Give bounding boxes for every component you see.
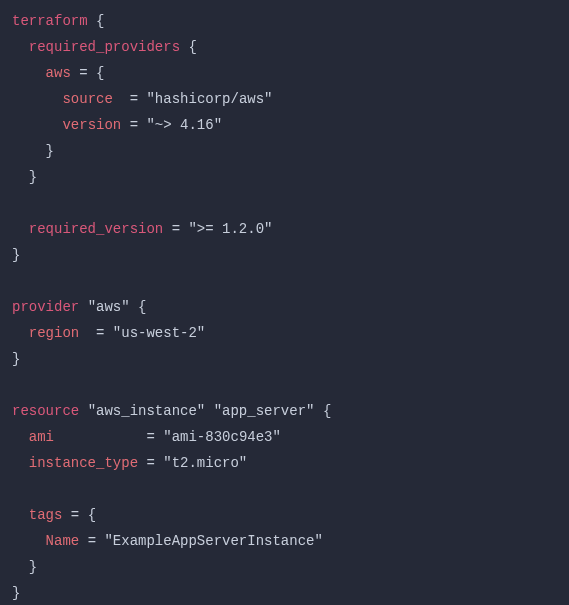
brace-close: } [29, 559, 37, 575]
str-ami: "ami-830c94e3" [163, 429, 281, 445]
brace-open: { [96, 65, 104, 81]
attr-ami: ami [29, 429, 54, 445]
attr-source: source [62, 91, 112, 107]
provider-label: "aws" [88, 299, 130, 315]
brace-close: } [29, 169, 37, 185]
kw-resource: resource [12, 403, 79, 419]
attr-tags: tags [29, 507, 63, 523]
str-required-version: ">= 1.2.0" [188, 221, 272, 237]
brace-close: } [46, 143, 54, 159]
attr-tag-name: Name [46, 533, 80, 549]
equals: = [130, 91, 138, 107]
equals: = [96, 325, 104, 341]
brace-close: } [12, 247, 20, 263]
attr-version: version [62, 117, 121, 133]
str-version: "~> 4.16" [146, 117, 222, 133]
str-source: "hashicorp/aws" [146, 91, 272, 107]
equals: = [88, 533, 96, 549]
attr-instance-type: instance_type [29, 455, 138, 471]
brace-open: { [138, 299, 146, 315]
equals: = [130, 117, 138, 133]
equals: = [146, 429, 154, 445]
str-region: "us-west-2" [113, 325, 205, 341]
equals: = [71, 507, 79, 523]
brace-close: } [12, 351, 20, 367]
equals: = [146, 455, 154, 471]
kw-terraform: terraform [12, 13, 88, 29]
code-block: terraform { required_providers { aws = {… [0, 0, 569, 605]
brace-open: { [88, 507, 96, 523]
resource-name: "app_server" [214, 403, 315, 419]
kw-required-version: required_version [29, 221, 163, 237]
kw-provider: provider [12, 299, 79, 315]
str-instance-type: "t2.micro" [163, 455, 247, 471]
brace-open: { [188, 39, 196, 55]
brace-open: { [96, 13, 104, 29]
attr-region: region [29, 325, 79, 341]
kw-required-providers: required_providers [29, 39, 180, 55]
brace-open: { [323, 403, 331, 419]
brace-close: } [12, 585, 20, 601]
equals: = [172, 221, 180, 237]
resource-type: "aws_instance" [88, 403, 206, 419]
equals: = [79, 65, 87, 81]
attr-aws: aws [46, 65, 71, 81]
str-tag-name: "ExampleAppServerInstance" [104, 533, 322, 549]
